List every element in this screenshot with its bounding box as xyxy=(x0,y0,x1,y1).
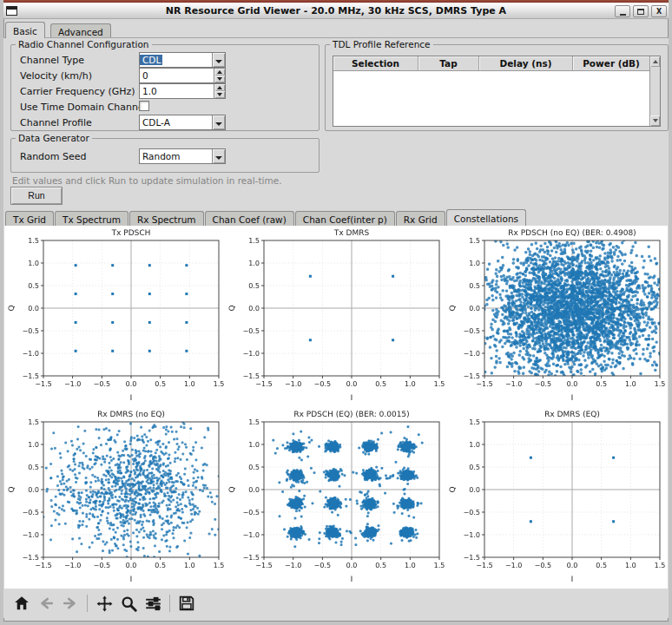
use-time-domain-channel-label: Use Time Domain Channel xyxy=(20,102,147,113)
data-generator-group: Data Generator Random Seed Random xyxy=(10,138,320,173)
velocity-value: 0 xyxy=(140,69,225,82)
column-header-selection[interactable]: Selection xyxy=(333,56,418,70)
tab-constellations[interactable]: Constellations xyxy=(446,209,526,226)
data-generator-group-title: Data Generator xyxy=(16,133,92,143)
radio-channel-configuration-group: Radio Channel Configuration Channel Type… xyxy=(10,44,320,131)
carrier-frequency-increment-button[interactable] xyxy=(214,84,225,91)
column-header-delay[interactable]: Delay (ns) xyxy=(479,56,573,70)
channel-type-combobox[interactable]: CDL xyxy=(139,52,226,68)
chevron-down-icon xyxy=(217,77,222,81)
channel-profile-dropdown-button[interactable] xyxy=(212,115,225,129)
constellations-canvas xyxy=(4,226,668,589)
tdl-table-body[interactable] xyxy=(333,71,649,126)
main-tab-bar: Basic Advanced xyxy=(5,21,112,37)
maximize-icon xyxy=(637,9,644,15)
plot-rx-dmrs-no-eq[interactable] xyxy=(4,407,225,589)
zoom-icon[interactable] xyxy=(118,593,139,614)
carrier-frequency-spinbox[interactable]: 1.0 xyxy=(139,83,226,99)
channel-profile-value: CDL-A xyxy=(140,117,170,128)
chevron-up-icon xyxy=(653,60,658,63)
run-button[interactable]: Run xyxy=(10,187,63,205)
tdl-profile-table[interactable]: Selection Tap Delay (ns) Power (dB) xyxy=(333,56,661,127)
velocity-spinbox[interactable]: 0 xyxy=(139,68,226,83)
configure-subplots-icon[interactable] xyxy=(142,593,163,614)
minimize-button[interactable] xyxy=(615,5,630,17)
channel-profile-label: Channel Profile xyxy=(20,117,92,128)
tab-tx-grid[interactable]: Tx Grid xyxy=(5,211,54,227)
chevron-down-icon xyxy=(217,93,222,96)
carrier-frequency-decrement-button[interactable] xyxy=(214,91,225,98)
radio-config-group-title: Radio Channel Configuration xyxy=(16,39,152,49)
plot-tx-pdsch[interactable] xyxy=(4,226,225,407)
minimize-icon xyxy=(620,14,626,16)
chevron-down-icon xyxy=(215,156,222,160)
tdl-table-header: Selection Tap Delay (ns) Power (dB) xyxy=(333,56,649,71)
scrollbar-down-button[interactable] xyxy=(650,115,660,126)
tab-chan-coef-interp[interactable]: Chan Coef(inter p) xyxy=(295,211,395,227)
channel-type-value: CDL xyxy=(140,55,162,65)
plot-tx-dmrs[interactable] xyxy=(225,226,445,407)
matplotlib-toolbar xyxy=(4,590,668,616)
channel-type-dropdown-button[interactable] xyxy=(212,53,225,67)
random-seed-combobox[interactable]: Random xyxy=(139,148,226,164)
save-icon[interactable] xyxy=(176,593,197,614)
random-seed-label: Random Seed xyxy=(20,151,87,162)
carrier-frequency-value: 1.0 xyxy=(140,84,225,98)
home-icon[interactable] xyxy=(11,593,32,614)
chevron-up-icon xyxy=(217,86,222,89)
plot-rx-pdsch-no-eq[interactable] xyxy=(445,226,666,407)
chevron-down-icon xyxy=(653,119,658,122)
velocity-increment-button[interactable] xyxy=(214,69,225,76)
tab-chan-coef-raw[interactable]: Chan Coef (raw) xyxy=(205,211,294,227)
scrollbar-up-button[interactable] xyxy=(650,56,660,67)
hint-text: Edit values and click Run to update simu… xyxy=(12,175,281,186)
chevron-up-icon xyxy=(217,70,222,74)
carrier-frequency-label: Carrier Frequency (GHz) xyxy=(20,86,135,97)
pan-icon[interactable] xyxy=(94,593,115,614)
tdl-table-scrollbar[interactable] xyxy=(649,56,660,126)
window-title: NR Resource Grid Viewer - 20.0 MHz, 30 k… xyxy=(0,5,672,16)
toolbar-separator xyxy=(169,595,170,612)
close-button[interactable]: X xyxy=(651,5,667,17)
chevron-down-icon xyxy=(215,122,222,126)
titlebar[interactable]: NR Resource Grid Viewer - 20.0 MHz, 30 k… xyxy=(0,3,672,19)
tab-tx-spectrum[interactable]: Tx Spectrum xyxy=(55,211,128,227)
channel-profile-combobox[interactable]: CDL-A xyxy=(139,115,226,130)
channel-type-label: Channel Type xyxy=(20,55,84,66)
column-header-tap[interactable]: Tap xyxy=(418,56,479,70)
chevron-down-icon xyxy=(215,60,222,63)
column-header-power[interactable]: Power (dB) xyxy=(573,56,649,70)
tab-rx-grid[interactable]: Rx Grid xyxy=(396,211,445,227)
tdl-profile-group-title: TDL Profile Reference xyxy=(330,39,433,49)
forward-icon[interactable] xyxy=(60,593,81,614)
tdl-profile-reference-group: TDL Profile Reference Selection Tap Dela… xyxy=(325,44,669,131)
plot-rx-pdsch-eq[interactable] xyxy=(225,407,445,589)
random-seed-value: Random xyxy=(140,151,180,161)
app-window: NR Resource Grid Viewer - 20.0 MHz, 30 k… xyxy=(0,0,672,625)
plot-tab-bar: Tx GridTx SpectrumRx SpectrumChan Coef (… xyxy=(5,208,527,226)
plot-rx-dmrs-eq[interactable] xyxy=(445,407,666,589)
back-icon[interactable] xyxy=(36,593,56,614)
maximize-button[interactable] xyxy=(633,5,649,17)
random-seed-dropdown-button[interactable] xyxy=(212,149,225,163)
basic-pane: Radio Channel Configuration Channel Type… xyxy=(3,37,669,618)
toolbar-separator xyxy=(87,595,88,612)
velocity-decrement-button[interactable] xyxy=(214,76,225,82)
use-time-domain-channel-checkbox[interactable] xyxy=(139,101,149,111)
window-icon xyxy=(6,6,17,16)
velocity-label: Velocity (km/h) xyxy=(20,70,92,82)
tab-rx-spectrum[interactable]: Rx Spectrum xyxy=(129,211,204,227)
tab-basic[interactable]: Basic xyxy=(5,22,45,38)
